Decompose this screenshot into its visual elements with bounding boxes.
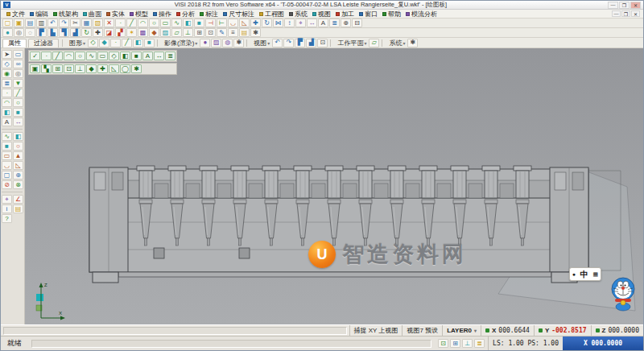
spline-icon[interactable]: ∿ (171, 19, 182, 27)
copy-icon[interactable]: ▦ (81, 19, 92, 27)
filter-surface-icon[interactable]: ◧ (120, 52, 130, 60)
menu-item-文件[interactable]: 文件 (4, 10, 27, 18)
help-icon[interactable]: ? (2, 214, 12, 223)
layer-panel-icon[interactable]: ≣ (2, 79, 12, 88)
menu-item-工程图[interactable]: 工程图 (257, 10, 287, 18)
undo-icon[interactable]: ↶ (47, 19, 58, 27)
dimension-icon[interactable]: ↔ (307, 19, 317, 27)
snap-settings-icon[interactable]: ✱ (131, 64, 142, 73)
language-compass-widget[interactable]: ● 中 ▦ (569, 267, 601, 281)
light-icon[interactable]: ✶ (126, 28, 137, 37)
rotate-icon[interactable]: ↻ (262, 19, 272, 27)
mask-solid-icon[interactable]: ■ (13, 108, 23, 117)
snap-center-icon[interactable]: ◆ (86, 64, 97, 73)
menu-item-实体[interactable]: 实体 (104, 10, 127, 18)
filter-text-icon[interactable]: A (142, 52, 153, 60)
move-icon[interactable]: ✚ (250, 19, 261, 27)
section-icon[interactable]: ◪ (104, 28, 114, 37)
menu-item-曲面[interactable]: 曲面 (80, 10, 104, 18)
mask-arc-icon[interactable]: ◠ (2, 98, 12, 107)
mask-point-icon[interactable]: ∙ (2, 89, 12, 97)
view-previous-icon[interactable]: ↶ (272, 39, 283, 47)
mask-line-icon[interactable]: ╱ (13, 89, 23, 97)
tab-attributes[interactable]: 属性 (2, 39, 27, 47)
snap-status-icon[interactable]: ⊡ (438, 339, 448, 348)
axis-system-icon[interactable]: ⊥ (183, 28, 193, 37)
render-textured-icon[interactable]: ▨ (211, 39, 221, 47)
edit-attributes-icon[interactable]: ✎ (217, 28, 227, 37)
ortho-status-icon[interactable]: ⊥ (462, 339, 473, 348)
options-icon[interactable]: ✱ (250, 28, 261, 37)
display-wireframe-icon[interactable]: ◇ (88, 39, 98, 47)
chamfer-tool-icon[interactable]: ◺ (13, 161, 23, 170)
snap-tangent-icon[interactable]: ◺ (109, 64, 119, 73)
menu-item-模流分析[interactable]: 模流分析 (403, 10, 440, 18)
view-top-2-icon[interactable]: ▛ (295, 39, 305, 47)
measure-tool-icon[interactable]: ⌖ (2, 195, 12, 204)
layers-icon[interactable]: ≣ (329, 19, 340, 27)
view-front-icon[interactable]: ▙ (47, 28, 58, 37)
menu-item-加工[interactable]: 加工 (333, 10, 357, 18)
filter-arc-icon[interactable]: ◠ (64, 52, 74, 60)
measure-icon[interactable]: ⌖ (295, 19, 306, 27)
point-icon[interactable]: ∙ (115, 19, 126, 27)
curve-tools-icon[interactable]: ∿ (2, 132, 12, 141)
fillet-tool-icon[interactable]: ◡ (2, 161, 12, 170)
mask-surface-icon[interactable]: ◧ (2, 108, 12, 117)
chamfer-icon[interactable]: ◺ (239, 19, 250, 27)
feature-hole-icon[interactable]: ○ (13, 142, 23, 151)
select-window-icon[interactable]: ▭ (13, 50, 23, 59)
circle-icon[interactable]: ○ (149, 19, 159, 27)
shell-icon[interactable]: ▢ (2, 171, 12, 180)
delete-icon[interactable]: ✕ (104, 19, 114, 27)
view-name-status[interactable]: 视图7 预设 (402, 325, 442, 336)
group-view-label[interactable]: 视图 (252, 39, 271, 47)
filter-profile-icon[interactable]: ▭ (97, 52, 108, 60)
view-zoom-all-icon[interactable]: ⊡ (317, 39, 328, 47)
zoom-fit-icon[interactable]: ⊟ (352, 19, 362, 27)
scale-icon[interactable]: ↕ (284, 19, 295, 27)
filter-line-icon[interactable]: ╱ (52, 52, 63, 60)
snap-icon[interactable]: ⊡ (205, 28, 216, 37)
zoom-in-icon[interactable]: ⊕ (341, 19, 351, 27)
grid-status-icon[interactable]: ⊞ (450, 339, 460, 348)
group-graphics-label[interactable]: 图形 (68, 39, 87, 47)
redo-icon[interactable]: ↷ (59, 19, 69, 27)
line-icon[interactable]: ╱ (126, 19, 137, 27)
view-iso-2-icon[interactable]: ▟ (306, 39, 316, 47)
close-button[interactable]: ✕ (630, 2, 641, 9)
mdi-restore-button[interactable]: ❐ (621, 10, 630, 17)
rectangle-icon[interactable]: ▭ (160, 19, 171, 27)
filter-circle-icon[interactable]: ○ (75, 52, 85, 60)
viewport-3d[interactable]: ✓∙╱◠○∿▭◇◧■A↔≣ ▣▚⊞⊡⊥◆✚◺◯✱ U 智造资料网 Z X (25, 48, 643, 324)
snap-origin-icon[interactable]: ⊡ (64, 64, 74, 73)
display-lines-icon[interactable]: ╱ (122, 39, 132, 47)
group-render-label[interactable]: 影像(渲染) (163, 39, 199, 47)
surface-icon[interactable]: ◧ (183, 19, 193, 27)
render-transparent-icon[interactable]: ◍ (222, 39, 233, 47)
mask-circle-icon[interactable]: ○ (13, 98, 23, 107)
display-points-icon[interactable]: ∙ (110, 39, 121, 47)
sew-icon[interactable]: ⊗ (13, 180, 23, 189)
clip-plane-icon[interactable]: ▞ (115, 28, 126, 37)
extend-icon[interactable]: ⊢ (217, 19, 227, 27)
maximize-button[interactable]: ❐ (619, 2, 630, 9)
workplane-icon[interactable]: ▱ (171, 28, 182, 37)
arc-icon[interactable]: ◠ (138, 19, 148, 27)
split-icon[interactable]: ⊘ (2, 180, 12, 189)
grid-icon[interactable]: ⊞ (194, 28, 204, 37)
select-icon[interactable]: ➤ (2, 50, 12, 59)
new-file-icon[interactable]: ▢ (2, 19, 13, 27)
view-top-icon[interactable]: ▛ (36, 28, 47, 37)
menu-item-编辑[interactable]: 编辑 (27, 10, 51, 18)
snap-grid-icon[interactable]: ⊞ (52, 64, 63, 73)
layer-status-icon[interactable]: ≣ (474, 339, 485, 348)
filter-all-icon[interactable]: ✓ (30, 52, 40, 60)
rotate-view-icon[interactable]: ↻ (81, 28, 92, 37)
view-next-icon[interactable]: ↷ (283, 39, 294, 47)
visibility-off-icon[interactable]: ◎ (13, 69, 23, 78)
snap-end-icon[interactable]: ▣ (30, 64, 40, 73)
filter-dimension-icon[interactable]: ↔ (154, 52, 164, 60)
open-file-icon[interactable]: ▣ (14, 19, 24, 27)
render-shaded-icon[interactable]: ● (200, 39, 210, 47)
